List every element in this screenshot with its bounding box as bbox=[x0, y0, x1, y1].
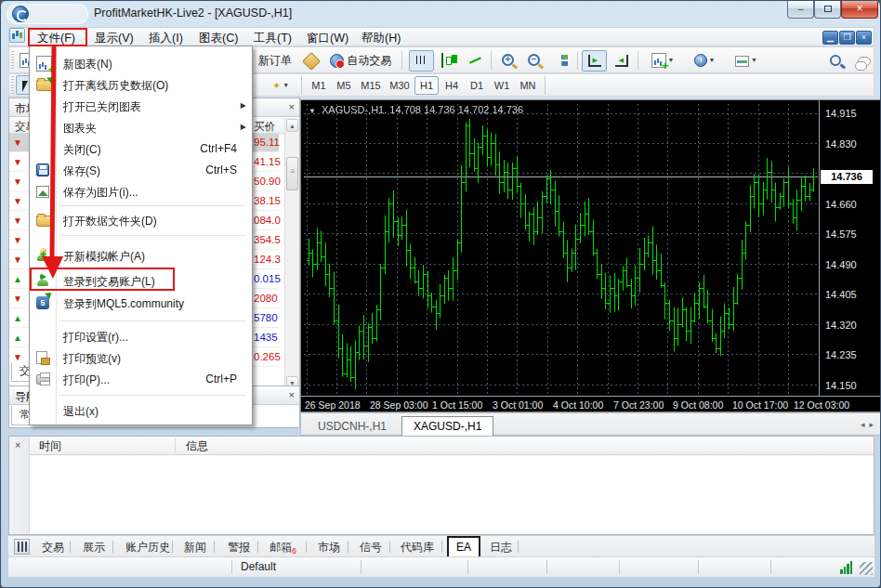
menu-item-print-setup[interactable]: 打印设置(r)... bbox=[32, 326, 252, 347]
templates-dropdown[interactable]: ▼ bbox=[728, 50, 765, 72]
tile-windows-icon bbox=[555, 55, 568, 67]
timeframe-w1[interactable]: W1 bbox=[490, 76, 514, 95]
chart-window-icon[interactable] bbox=[9, 28, 25, 43]
bar-chart-mode-button[interactable] bbox=[409, 50, 434, 72]
metaeditor-button[interactable] bbox=[299, 50, 323, 72]
timeframe-m5[interactable]: M5 bbox=[332, 76, 356, 95]
tab-signals[interactable]: 信号 bbox=[360, 540, 382, 555]
timeframe-d1[interactable]: D1 bbox=[465, 76, 489, 95]
message-column-header[interactable]: 信息 bbox=[186, 438, 208, 454]
time-tick: 10 Oct 17:00 bbox=[732, 399, 788, 411]
auto-scroll-button[interactable] bbox=[582, 50, 607, 72]
bid-price: 354.5 bbox=[254, 234, 281, 245]
toolbar-grip[interactable] bbox=[11, 51, 14, 70]
toolbar-separator bbox=[638, 51, 638, 70]
bid-price: 2080 bbox=[254, 293, 278, 304]
application-window: ProfitMarketHK-Live2 - [XAGUSD-,H1] – × … bbox=[0, 0, 881, 588]
bid-price: 5780 bbox=[254, 312, 278, 323]
profile-name[interactable]: Default bbox=[241, 560, 276, 573]
menu-item-print-preview[interactable]: 打印预览(v) bbox=[32, 347, 252, 369]
mailbox-badge: 6 bbox=[292, 546, 296, 555]
tab-alerts[interactable]: 警报 bbox=[228, 540, 250, 555]
new-order-button[interactable]: 新订单 bbox=[253, 50, 297, 72]
chart-symbol-header: ▼ XAGUSD-,H1. 14.708 14.736 14.702 14.73… bbox=[309, 104, 523, 115]
tab-news[interactable]: 新闻 bbox=[184, 540, 206, 555]
tab-account-history[interactable]: 账户历史 bbox=[125, 540, 170, 555]
time-tick: 26 Sep 2018 bbox=[305, 399, 361, 411]
tab-trade[interactable]: 交易 bbox=[42, 540, 64, 555]
line-chart-mode-button[interactable] bbox=[463, 50, 488, 72]
timeframe-mn[interactable]: MN bbox=[515, 76, 541, 95]
close-icon[interactable]: × bbox=[289, 101, 295, 112]
periods-dropdown[interactable]: ▼ bbox=[686, 50, 723, 72]
chart-window[interactable]: ▼ XAGUSD-,H1. 14.708 14.736 14.702 14.73… bbox=[300, 99, 881, 412]
close-icon[interactable]: × bbox=[289, 389, 295, 400]
timeframe-m15[interactable]: M15 bbox=[357, 76, 385, 95]
auto-scroll-icon bbox=[588, 55, 601, 67]
candlestick-mode-button[interactable] bbox=[436, 50, 461, 72]
timeframe-h4[interactable]: H4 bbox=[440, 76, 464, 95]
minimize-button[interactable]: – bbox=[787, 1, 814, 19]
toolbar-separator bbox=[545, 76, 546, 95]
timeframe-m30[interactable]: M30 bbox=[386, 76, 414, 95]
close-icon[interactable]: × bbox=[15, 439, 20, 451]
close-button[interactable]: × bbox=[841, 1, 878, 19]
chart-shift-button[interactable] bbox=[609, 50, 634, 72]
indicators-dropdown[interactable]: ▼ bbox=[644, 50, 681, 72]
zoom-out-button[interactable]: − bbox=[521, 50, 546, 72]
menu-help[interactable]: 帮助(H) bbox=[358, 30, 404, 47]
tab-scroll-arrows[interactable]: ◂ ▸ bbox=[861, 420, 874, 429]
menu-item-login-mql5[interactable]: 5登录到MQL5.community bbox=[32, 293, 252, 314]
zoom-in-button[interactable]: + bbox=[495, 50, 520, 72]
toolbar-grip[interactable] bbox=[11, 76, 14, 95]
bid-price: 124.3 bbox=[254, 254, 281, 265]
mdi-restore-button[interactable]: ❒ bbox=[839, 31, 855, 45]
tab-exposure[interactable]: 展示 bbox=[83, 540, 105, 555]
chat-button[interactable] bbox=[851, 50, 877, 72]
price-tick: 14.915 bbox=[825, 108, 857, 119]
tab-mailbox[interactable]: 邮箱6 bbox=[270, 540, 296, 555]
autotrading-button[interactable]: 自动交易 bbox=[325, 50, 396, 72]
bid-price: 38.15 bbox=[254, 195, 281, 206]
market-watch-scrollbar[interactable]: ▲ ▼ bbox=[284, 118, 299, 390]
menu-window[interactable]: 窗口(W) bbox=[303, 30, 352, 47]
menu-item-print[interactable]: 打印(P)...Ctrl+P bbox=[32, 369, 252, 390]
mdi-close-button[interactable]: × bbox=[856, 31, 872, 45]
styler-dropdown[interactable]: ✦▼ bbox=[265, 75, 296, 95]
tab-journal[interactable]: 日志 bbox=[490, 540, 512, 555]
scroll-up-icon[interactable]: ▲ bbox=[286, 119, 298, 132]
scrollbar-thumb[interactable] bbox=[286, 157, 298, 190]
terminal-icon[interactable] bbox=[14, 539, 30, 555]
resize-grip[interactable] bbox=[860, 562, 873, 575]
menu-item-exit[interactable]: 退出(x) bbox=[32, 400, 252, 422]
title-bar[interactable]: ProfitMarketHK-Live2 - [XAGUSD-,H1] – × bbox=[1, 1, 881, 27]
mdi-minimize-button[interactable]: ▁ bbox=[822, 31, 838, 45]
time-column-header[interactable]: 时间 bbox=[39, 438, 61, 454]
current-price-label: 14.736 bbox=[821, 170, 873, 184]
tick-arrow-icon bbox=[13, 137, 22, 148]
bid-price: 1435 bbox=[254, 332, 278, 343]
column-divider[interactable] bbox=[175, 438, 176, 453]
bid-column-header[interactable]: 买价 bbox=[254, 120, 275, 134]
menu-bar: 文件(F) 显示(V) 插入(I) 图表(C) 工具(T) 窗口(W) 帮助(H… bbox=[8, 27, 874, 46]
bid-price: 0.265 bbox=[254, 351, 281, 362]
maximize-button[interactable] bbox=[814, 1, 841, 19]
search-button[interactable] bbox=[823, 50, 848, 72]
chart-symbol: XAGUSD-,H1. bbox=[322, 104, 387, 115]
tab-code-base[interactable]: 代码库 bbox=[401, 540, 434, 555]
toolbar-separator bbox=[491, 51, 492, 70]
timeframe-m1[interactable]: M1 bbox=[307, 76, 331, 95]
time-tick: 3 Oct 01:00 bbox=[493, 399, 543, 411]
tick-arrow-icon bbox=[13, 235, 22, 245]
price-tick: 14.830 bbox=[825, 138, 857, 150]
tab-usdcnh-h1[interactable]: USDCNH-,H1 bbox=[307, 416, 398, 437]
bid-price: 41.15 bbox=[254, 156, 281, 167]
price-chart-canvas[interactable] bbox=[304, 104, 818, 395]
time-tick: 12 Oct 03:00 bbox=[794, 399, 849, 411]
tile-windows-button[interactable] bbox=[548, 50, 573, 72]
menu-tools[interactable]: 工具(T) bbox=[250, 30, 296, 47]
time-tick: 7 Oct 23:00 bbox=[613, 399, 664, 411]
tab-market[interactable]: 市场 bbox=[318, 540, 340, 555]
tab-ea-active[interactable]: EA bbox=[447, 536, 480, 557]
timeframe-h1[interactable]: H1 bbox=[414, 76, 439, 95]
